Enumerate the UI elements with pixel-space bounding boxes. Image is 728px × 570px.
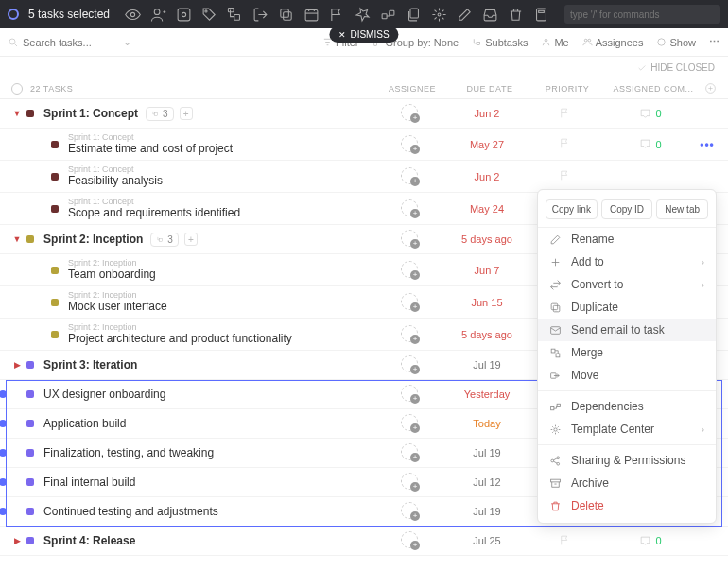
assignee-cell[interactable] <box>371 293 448 312</box>
col-due[interactable]: DUE DATE <box>451 84 529 94</box>
task-title-wrap[interactable]: Sprint 3: Iteration <box>43 358 371 371</box>
task-title-wrap[interactable]: Sprint 1: ConceptEstimate time and cost … <box>68 133 371 155</box>
task-title-wrap[interactable]: UX designer onboarding <box>43 388 371 401</box>
task-title-wrap[interactable]: Continued testing and adjustments <box>43 505 371 518</box>
copy-link-button[interactable]: Copy link <box>546 199 598 219</box>
expand-caret[interactable]: ▶ <box>11 536 23 545</box>
due-date-cell[interactable]: Jul 12 <box>448 476 526 488</box>
status-color-dot[interactable] <box>51 331 59 338</box>
status-color-dot[interactable] <box>26 235 34 243</box>
status-color-dot[interactable] <box>51 173 59 181</box>
ctx-item-delete[interactable]: Delete <box>538 494 716 517</box>
assignee-placeholder-icon[interactable] <box>401 502 418 519</box>
col-priority[interactable]: PRIORITY <box>529 84 606 94</box>
status-color-dot[interactable] <box>26 420 34 427</box>
task-title-wrap[interactable]: Sprint 2: InceptionProject architecture … <box>68 323 371 345</box>
assignee-placeholder-icon[interactable] <box>401 261 418 278</box>
expand-caret[interactable]: ▶ <box>11 360 23 370</box>
due-date-cell[interactable]: 5 days ago <box>448 233 526 245</box>
task-row[interactable]: ▶Sprint 4: ReleaseJul 250 <box>0 527 728 556</box>
ctx-item-template-center[interactable]: Template Center› <box>538 418 716 440</box>
due-date-cell[interactable]: May 27 <box>448 139 526 150</box>
more-menu-icon[interactable]: ⋯ <box>709 36 720 48</box>
subtask-count-badge[interactable]: 3 <box>150 233 179 247</box>
copy-icon[interactable] <box>406 7 422 23</box>
collapse-all-icon[interactable] <box>11 83 23 95</box>
task-title-wrap[interactable]: Sprint 1: ConceptScope and requirements … <box>68 198 371 219</box>
expand-caret[interactable]: ▼ <box>11 109 23 118</box>
due-date-cell[interactable]: Jul 19 <box>448 359 526 371</box>
close-icon[interactable]: ✕ <box>338 30 346 40</box>
assignee-cell[interactable] <box>371 414 448 433</box>
assignee-cell[interactable] <box>371 473 448 492</box>
custom-fields-icon[interactable] <box>431 7 447 23</box>
assignee-cell[interactable] <box>371 385 448 404</box>
assignee-cell[interactable] <box>371 104 448 123</box>
status-color-dot[interactable] <box>51 299 59 306</box>
assignee-placeholder-icon[interactable] <box>401 385 418 402</box>
ctx-item-rename[interactable]: Rename <box>538 228 716 250</box>
assignee-placeholder-icon[interactable] <box>401 293 418 310</box>
assignee-placeholder-icon[interactable] <box>401 473 418 490</box>
row-more-icon[interactable]: ••• <box>698 138 717 151</box>
hide-closed-toggle[interactable]: HIDE CLOSED <box>0 57 728 78</box>
task-title-wrap[interactable]: Final internal build <box>43 475 371 489</box>
assignee-placeholder-icon[interactable] <box>401 199 418 216</box>
assignee-cell[interactable] <box>371 355 448 374</box>
due-date-cell[interactable]: Jul 25 <box>448 535 526 546</box>
task-title-wrap[interactable]: Sprint 2: Inception3+ <box>43 233 371 247</box>
assignee-cell[interactable] <box>371 531 448 550</box>
status-icon[interactable] <box>176 7 192 23</box>
assignee-cell[interactable] <box>371 261 448 280</box>
ctx-item-move[interactable]: Move <box>538 364 716 387</box>
priority-icon[interactable] <box>355 7 371 23</box>
assignee-placeholder-icon[interactable] <box>401 414 418 431</box>
task-title-wrap[interactable]: Finalization, testing, and tweaking <box>43 446 371 459</box>
dismiss-tooltip[interactable]: ✕ DISMISS <box>329 26 398 43</box>
status-color-dot[interactable] <box>26 361 34 369</box>
assign-icon[interactable] <box>150 7 166 23</box>
comments-cell[interactable]: 0 <box>603 138 698 150</box>
watch-icon[interactable] <box>125 7 141 23</box>
tag-icon[interactable] <box>201 7 217 23</box>
task-title-wrap[interactable]: Sprint 2: InceptionTeam onboarding <box>68 259 371 281</box>
due-date-cell[interactable]: Today <box>448 418 526 429</box>
new-tab-button[interactable]: New tab <box>656 199 708 219</box>
template-icon[interactable] <box>533 7 549 23</box>
edit-icon[interactable] <box>457 7 473 23</box>
task-row[interactable]: Sprint 1: ConceptEstimate time and cost … <box>0 129 728 161</box>
status-color-dot[interactable] <box>51 205 59 213</box>
due-date-cell[interactable]: Jun 2 <box>448 108 526 119</box>
priority-cell[interactable] <box>526 107 603 121</box>
date-icon[interactable] <box>303 7 320 23</box>
assignees-button[interactable]: Assignees <box>582 37 644 48</box>
command-input[interactable] <box>564 5 720 24</box>
task-title-wrap[interactable]: Sprint 1: Concept3+ <box>43 107 371 121</box>
assignee-cell[interactable] <box>371 199 448 218</box>
status-color-dot[interactable] <box>26 478 34 486</box>
assignee-cell[interactable] <box>371 135 448 154</box>
ctx-item-convert-to[interactable]: Convert to› <box>538 273 716 296</box>
status-color-dot[interactable] <box>26 110 34 117</box>
priority-cell[interactable] <box>526 137 603 151</box>
assignee-placeholder-icon[interactable] <box>401 135 418 152</box>
ctx-item-send-email-to-task[interactable]: Send email to task <box>538 319 716 341</box>
assignee-cell[interactable] <box>371 167 448 186</box>
assignee-cell[interactable] <box>371 325 448 344</box>
ctx-item-merge[interactable]: Merge <box>538 341 716 364</box>
expand-caret[interactable]: ▼ <box>11 234 23 244</box>
status-color-dot[interactable] <box>26 508 34 515</box>
assignee-placeholder-icon[interactable] <box>401 104 418 121</box>
assignee-placeholder-icon[interactable] <box>401 443 418 460</box>
status-color-dot[interactable] <box>26 449 34 457</box>
flag-icon[interactable] <box>329 7 345 23</box>
status-color-dot[interactable] <box>26 537 34 544</box>
add-subtask-button[interactable]: + <box>184 233 198 246</box>
assignee-placeholder-icon[interactable] <box>401 230 418 247</box>
due-date-cell[interactable]: 5 days ago <box>448 329 526 340</box>
search-input[interactable] <box>23 37 117 48</box>
ctx-item-duplicate[interactable]: Duplicate <box>538 296 716 319</box>
add-subtask-button[interactable]: + <box>180 107 193 120</box>
me-button[interactable]: Me <box>541 37 568 48</box>
subtasks-button[interactable]: Subtasks <box>472 37 528 48</box>
